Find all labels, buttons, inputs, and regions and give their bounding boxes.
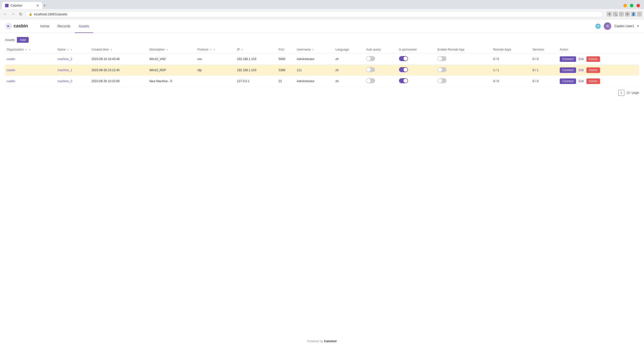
forward-button[interactable]: → [10, 11, 16, 17]
toggle-knob [438, 68, 442, 72]
cell-username-1: 111 [295, 65, 334, 76]
is-permanent-toggle-1[interactable] [399, 67, 408, 72]
cell-action-2: Connect Edit Delete [558, 76, 639, 87]
search-icon[interactable]: 🔍 [613, 12, 618, 17]
page-size-select[interactable]: 10 / page [626, 91, 639, 95]
browser-chrome: Casvisor ✕ + ← → ↻ 🔒 localhost:18001/ass… [0, 0, 644, 19]
tab-close-btn[interactable]: ✕ [36, 4, 39, 8]
connect-button-2[interactable]: Connect [560, 78, 576, 84]
url-bar[interactable]: 🔒 localhost:18001/assets [25, 11, 603, 17]
logo-icon [5, 23, 12, 30]
col-is-permanent: Is permanent [397, 46, 436, 54]
bookmark-icon[interactable]: ☆ [619, 12, 624, 17]
pagination: 1 10 / page [5, 87, 639, 99]
back-button[interactable]: ← [2, 11, 8, 17]
language-button[interactable]: 🌐 [595, 23, 601, 29]
action-cell-0: Connect Edit Delete [560, 56, 637, 62]
org-link-2[interactable]: casbin [7, 79, 15, 83]
auto-query-toggle-2[interactable] [366, 78, 375, 83]
cell-is-permanent-0 [397, 54, 436, 65]
delete-button-0[interactable]: Delete [586, 56, 600, 62]
created-time-sort-icon[interactable]: ⇅ [110, 48, 112, 51]
minimize-button[interactable] [623, 4, 627, 7]
cell-created-time-2: 2023-08-30 10:15:00 [90, 76, 148, 87]
name-link-1[interactable]: machine_1 [58, 68, 72, 72]
cell-created-time-0: 2023-09-16 16:43:49 [90, 54, 148, 65]
protocol-filter-icon[interactable]: ▼ [213, 48, 216, 51]
download-icon[interactable]: ⬇ [607, 12, 612, 17]
is-permanent-toggle-0[interactable] [399, 56, 408, 61]
browser-tab[interactable]: Casvisor ✕ [2, 2, 42, 9]
extensions-icon[interactable]: ⚙ [625, 12, 630, 17]
delete-button-2[interactable]: Delete [586, 78, 600, 84]
name-link-2[interactable]: machine_0 [58, 79, 72, 83]
user-dropdown-icon[interactable]: ▾ [637, 24, 639, 28]
table-body: casbin machine_2 2023-09-16 16:43:49 Win… [5, 54, 639, 87]
cell-ip-0: 192.168.1.103 [235, 54, 277, 65]
ip-sort-icon[interactable]: ⇅ [241, 48, 243, 51]
edit-button-0[interactable]: Edit [577, 56, 585, 62]
name-link-0[interactable]: machine_2 [58, 57, 72, 61]
auto-query-toggle-0[interactable] [366, 56, 375, 61]
col-services: Services [531, 46, 558, 54]
enable-remote-app-toggle-0[interactable] [437, 56, 447, 61]
org-link-1[interactable]: casbin [7, 68, 15, 72]
menu-icon[interactable]: ⋮ [637, 12, 642, 17]
toggle-knob [367, 57, 371, 61]
refresh-button[interactable]: ↻ [18, 11, 23, 18]
organization-filter-icon[interactable]: ▼ [28, 48, 31, 51]
nav-home[interactable]: Home [36, 19, 53, 33]
enable-remote-app-toggle-2[interactable] [437, 78, 447, 83]
cell-organization-0: casbin [5, 54, 56, 65]
col-remote-apps: Remote Apps [492, 46, 531, 54]
protocol-sort-icon[interactable]: ⇅ [210, 48, 212, 51]
cell-services-1: 0 / 1 [531, 65, 558, 76]
cell-auto-query-1 [365, 65, 397, 76]
edit-button-2[interactable]: Edit [577, 78, 585, 84]
main-nav: Home Records Assets [36, 19, 93, 33]
auto-query-toggle-1[interactable] [366, 67, 375, 72]
cell-language-0: zh [334, 54, 365, 65]
add-button[interactable]: Add [17, 37, 29, 43]
col-name: Name ⇅ ▼ [56, 46, 90, 54]
col-language: Language [334, 46, 365, 54]
profile-icon[interactable]: 👤 [631, 12, 636, 17]
org-link-0[interactable]: casbin [7, 57, 15, 61]
delete-button-1[interactable]: Delete [586, 67, 600, 73]
user-name[interactable]: Casbin User1 [614, 24, 634, 28]
cell-protocol-0: vnc [196, 54, 235, 65]
col-protocol: Protocol ⇅ ▼ [196, 46, 235, 54]
cell-services-2: 0 / 0 [531, 76, 558, 87]
maximize-button[interactable] [630, 4, 633, 7]
cell-name-1: machine_1 [56, 65, 90, 76]
connect-button-1[interactable]: Connect [560, 67, 576, 73]
action-cell-1: Connect Edit Delete [560, 67, 637, 73]
organization-sort-icon[interactable]: ⇅ [25, 48, 27, 51]
cell-organization-1: casbin [5, 65, 56, 76]
cell-remote-apps-2: 0 / 0 [492, 76, 531, 87]
cell-auto-query-0 [365, 54, 397, 65]
enable-remote-app-toggle-1[interactable] [437, 67, 447, 72]
is-permanent-toggle-2[interactable] [399, 78, 408, 83]
cell-name-0: machine_2 [56, 54, 90, 65]
close-button[interactable] [636, 4, 640, 7]
description-filter-icon[interactable]: ▼ [166, 48, 168, 51]
tab-bar: Casvisor ✕ + [0, 0, 644, 9]
page-1-button[interactable]: 1 [618, 90, 624, 96]
nav-assets[interactable]: Assets [75, 19, 93, 33]
name-sort-icon[interactable]: ⇅ [67, 48, 69, 51]
tab-title: Casvisor [11, 4, 22, 7]
username-sort-icon[interactable]: ⇅ [312, 48, 314, 51]
tab-favicon [5, 4, 9, 7]
cell-protocol-2 [196, 76, 235, 87]
cell-port-1: 3389 [277, 65, 295, 76]
connect-button-0[interactable]: Connect [560, 56, 576, 62]
new-tab-button[interactable]: + [43, 3, 46, 8]
edit-button-1[interactable]: Edit [577, 67, 585, 73]
col-port: Port [277, 46, 295, 54]
nav-records[interactable]: Records [53, 19, 74, 33]
cell-port-2: 22 [277, 76, 295, 87]
cell-language-2: zh [334, 76, 365, 87]
page-content: Assets Add Organization ⇅ ▼ Name ⇅ ▼ [0, 33, 644, 103]
name-filter-icon[interactable]: ▼ [70, 48, 73, 51]
